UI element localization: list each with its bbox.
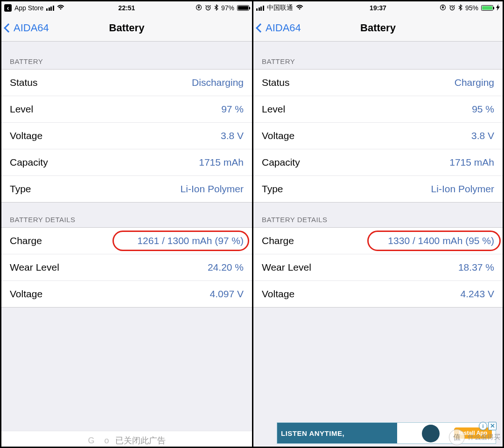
back-button[interactable]: AIDA64 [5, 22, 49, 34]
battery-pct: 95% [465, 4, 478, 12]
breadcrumb-back-icon[interactable] [4, 4, 12, 12]
group-battery: Status Discharging Level 97 % Voltage 3.… [1, 69, 252, 203]
row-type: Type Li-Ion Polymer [1, 176, 252, 202]
row-value: Charging [455, 77, 494, 88]
charging-bolt-icon [496, 4, 500, 12]
row-voltage: Voltage 3.8 V [253, 123, 503, 149]
chevron-left-icon [256, 23, 265, 33]
row-value: Li-Ion Polymer [431, 183, 494, 195]
row-status: Status Charging [253, 70, 503, 96]
row-status: Status Discharging [1, 70, 252, 96]
page-title: Battery [360, 22, 396, 34]
nav-header: AIDA64 Battery [253, 14, 503, 42]
row-charge: Charge 1330 / 1400 mAh (95 %) [253, 228, 503, 254]
back-label: AIDA64 [266, 22, 301, 34]
row-label: Type [262, 183, 283, 195]
group-details: Charge 1261 / 1300 mAh (97 %) Wear Level… [1, 227, 252, 308]
battery-icon [237, 5, 249, 11]
row-value: 1715 mAh [449, 157, 494, 168]
orientation-lock-icon [440, 4, 446, 12]
row-label: Status [262, 77, 290, 88]
row-label: Capacity [10, 157, 48, 168]
alarm-icon [205, 4, 211, 12]
row-level: Level 95 % [253, 96, 503, 123]
row-label: Capacity [262, 157, 300, 168]
row-wear: Wear Level 24.20 % [1, 254, 252, 281]
row-value: 3.8 V [221, 130, 244, 141]
bluetooth-icon [458, 4, 462, 12]
section-header-battery: BATTERY [1, 42, 252, 69]
row-value: 97 % [221, 104, 244, 115]
svg-rect-1 [198, 7, 200, 8]
settings-content[interactable]: BATTERY Status Discharging Level 97 % Vo… [1, 42, 252, 447]
back-label: AIDA64 [14, 22, 49, 34]
ad-headline: LISTEN ANYTIME, [281, 429, 344, 437]
row-voltage: Voltage 3.8 V [1, 123, 252, 149]
row-value: Li-Ion Polymer [181, 183, 244, 195]
status-bar: 中国联通 19:37 95% [253, 1, 503, 14]
section-header-details: BATTERY DETAILS [1, 203, 252, 227]
signal-icon [256, 6, 264, 11]
row-label: Charge [262, 235, 294, 246]
battery-pct: 97% [221, 4, 234, 12]
ad-closed-notice: G o 已关闭此广告 [1, 431, 252, 447]
status-bar: App Store 22:51 97% [1, 1, 252, 14]
chevron-left-icon [4, 23, 13, 33]
orientation-lock-icon [196, 4, 202, 12]
wifi-icon [57, 4, 64, 12]
phone-left: App Store 22:51 97% [1, 1, 252, 447]
phone-right: 中国联通 19:37 95% [252, 1, 503, 447]
row-wear: Wear Level 18.37 % [253, 254, 503, 281]
row-type: Type Li-Ion Polymer [253, 176, 503, 202]
row-label: Wear Level [262, 262, 311, 273]
row-value: 1261 / 1300 mAh (97 %) [137, 235, 244, 246]
row-capacity: Capacity 1715 mAh [1, 149, 252, 176]
watermark: 值 什么值得买 [449, 429, 500, 445]
row-value: 1715 mAh [199, 157, 244, 168]
signal-icon [46, 6, 54, 11]
row-label: Voltage [10, 288, 42, 300]
row-label: Wear Level [10, 262, 59, 273]
back-button[interactable]: AIDA64 [257, 22, 301, 34]
row-value: 1330 / 1400 mAh (95 %) [388, 235, 494, 246]
carrier-label: 中国联通 [267, 4, 293, 12]
row-value: 24.20 % [208, 262, 244, 273]
row-value: 4.097 V [210, 288, 244, 300]
svg-rect-4 [442, 7, 444, 8]
settings-content[interactable]: BATTERY Status Charging Level 95 % Volta… [253, 42, 503, 447]
row-value: 3.8 V [471, 130, 494, 141]
nav-header: AIDA64 Battery [1, 14, 252, 42]
section-header-battery: BATTERY [253, 42, 503, 69]
row-capacity: Capacity 1715 mAh [253, 149, 503, 176]
row-charge: Charge 1261 / 1300 mAh (97 %) [1, 228, 252, 254]
alarm-icon [449, 4, 455, 12]
status-time: 22:51 [119, 4, 135, 12]
row-label: Voltage [10, 130, 42, 141]
row-level: Level 97 % [1, 96, 252, 123]
row-label: Level [10, 104, 33, 115]
row-value: 4.243 V [461, 288, 494, 300]
watermark-text: 什么值得买 [468, 433, 500, 441]
row-label: Charge [10, 235, 42, 246]
ad-avatar-icon [422, 425, 440, 442]
row-value: 18.37 % [458, 262, 494, 273]
row-label: Voltage [262, 288, 294, 300]
row-label: Voltage [262, 130, 294, 141]
page-title: Battery [109, 22, 145, 34]
bluetooth-icon [214, 4, 218, 12]
status-time: 19:37 [370, 4, 386, 12]
wifi-icon [296, 4, 303, 12]
section-header-details: BATTERY DETAILS [253, 203, 503, 227]
row-value: 95 % [472, 104, 494, 115]
row-label: Type [10, 183, 31, 195]
row-label: Status [10, 77, 38, 88]
row-label: Level [262, 104, 285, 115]
group-battery: Status Charging Level 95 % Voltage 3.8 V… [253, 69, 503, 203]
row-voltage2: Voltage 4.243 V [253, 281, 503, 307]
row-value: Discharging [192, 77, 244, 88]
group-details: Charge 1330 / 1400 mAh (95 %) Wear Level… [253, 227, 503, 308]
watermark-logo-icon: 值 [449, 429, 465, 445]
breadcrumb-label[interactable]: App Store [14, 4, 43, 12]
row-voltage2: Voltage 4.097 V [1, 281, 252, 307]
battery-icon [481, 5, 493, 11]
